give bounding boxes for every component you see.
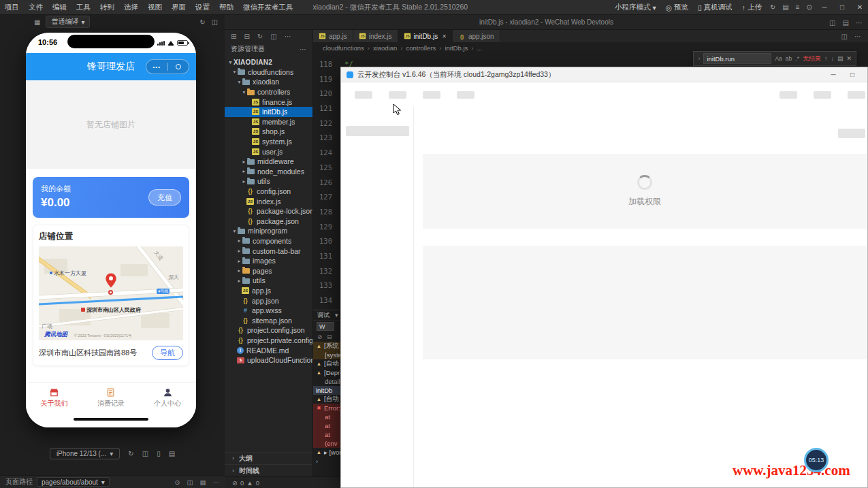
tree-item[interactable]: shop.js: [225, 127, 312, 137]
sync-icon[interactable]: ↻: [767, 3, 778, 11]
dock-icon[interactable]: ▤: [169, 450, 175, 457]
tree-item[interactable]: finance.js: [225, 97, 312, 107]
minimize-button[interactable]: ─: [816, 0, 833, 15]
target-icon[interactable]: ⊙: [804, 3, 815, 11]
warnings-icon[interactable]: ▲: [246, 479, 253, 487]
tree-item[interactable]: ▾cloudfunctions: [225, 67, 312, 78]
device-frame-icon[interactable]: ▯: [157, 450, 161, 457]
breadcrumb-item[interactable]: initDb.js: [436, 44, 468, 52]
menu-item[interactable]: 视图: [143, 3, 167, 12]
panel-icon[interactable]: ◫: [187, 478, 193, 486]
split-icon[interactable]: ◫: [270, 33, 276, 40]
outline-section[interactable]: › 大纲: [225, 452, 312, 464]
breadcrumb-item[interactable]: cloudfunctions: [323, 44, 364, 52]
maximize-button[interactable]: □: [843, 67, 862, 82]
menu-item[interactable]: 设置: [191, 3, 214, 12]
minimize-button[interactable]: ─: [824, 67, 843, 82]
new-file-icon[interactable]: ⊞: [231, 33, 236, 40]
message-icon[interactable]: ⊙: [175, 478, 180, 486]
editor-tab[interactable]: initDb.js✕: [398, 30, 453, 42]
more-icon[interactable]: ⋯: [856, 19, 863, 27]
tree-item[interactable]: app.wxss: [225, 306, 312, 316]
navigate-button[interactable]: 导航: [152, 346, 183, 360]
clear-console-icon[interactable]: ⊘: [317, 334, 322, 340]
close-find-icon[interactable]: ✕: [846, 55, 852, 62]
list-icon[interactable]: ▤: [779, 3, 791, 11]
tree-item[interactable]: ▸components: [225, 236, 312, 246]
editor-tab[interactable]: index.js: [353, 30, 398, 42]
upload-button[interactable]: ↑ 上传: [738, 3, 766, 12]
menu-item[interactable]: 界面: [167, 3, 191, 12]
tab-about-us[interactable]: 关于我们: [26, 383, 82, 412]
map[interactable]: 水木一方大厦 深大 大道 4号线 深圳市南山区人民政府 广场 腾讯地图 © 20…: [39, 246, 183, 340]
tree-item[interactable]: ▾xiaodian: [225, 77, 312, 87]
tree-item[interactable]: ▸node_modules: [225, 167, 312, 177]
menu-item[interactable]: 编辑: [48, 3, 71, 12]
rotate-icon[interactable]: ↻: [128, 450, 133, 457]
tree-item[interactable]: initDb.js: [225, 107, 312, 117]
device-selector[interactable]: iPhone 12/13 (... ▾: [50, 448, 120, 459]
tree-item[interactable]: sitemap.json: [225, 315, 312, 325]
tree-item[interactable]: user.js: [225, 146, 312, 157]
tree-item[interactable]: app.json: [225, 295, 312, 306]
match-case-icon[interactable]: Aa: [775, 55, 782, 62]
capsule-home-icon[interactable]: [168, 64, 189, 69]
wechat-capsule[interactable]: •••: [146, 59, 189, 74]
split-icon[interactable]: ◫: [212, 18, 218, 26]
console-tab[interactable]: 调试: [317, 311, 329, 320]
editor-tab[interactable]: app.js: [313, 30, 353, 42]
tree-item[interactable]: system.js: [225, 137, 312, 147]
split-editor-icon[interactable]: ◫: [841, 33, 848, 40]
tree-item[interactable]: package.json: [225, 216, 312, 227]
menu-item[interactable]: 工具: [71, 3, 95, 12]
breadcrumb-item[interactable]: xiaodian: [364, 44, 398, 52]
grid-icon[interactable]: ▦: [34, 18, 40, 26]
panel-left-icon[interactable]: ◫: [829, 19, 835, 27]
whole-word-icon[interactable]: ab: [786, 55, 792, 62]
refresh-icon[interactable]: ↻: [199, 18, 205, 26]
console-filter-input[interactable]: W: [317, 322, 334, 331]
tree-item[interactable]: ▸pages: [225, 265, 312, 276]
menu-item[interactable]: 选择: [119, 3, 143, 12]
find-input[interactable]: initDb.run: [703, 53, 771, 64]
page-path-dropdown[interactable]: pages/about/about ▾: [37, 477, 110, 487]
tree-item[interactable]: ▸images: [225, 256, 312, 266]
tree-item[interactable]: ▾XIAODIAN2: [225, 57, 312, 67]
menu-item[interactable]: 转到: [95, 3, 119, 12]
breadcrumb-item[interactable]: controllers: [397, 44, 436, 52]
timeline-section[interactable]: › 时间线: [225, 464, 312, 476]
capsule-more-icon[interactable]: •••: [146, 64, 167, 70]
menu-item[interactable]: 文件: [24, 3, 48, 12]
tab-consume-records[interactable]: 消费记录: [82, 383, 139, 412]
find-toggle-icon[interactable]: ›: [698, 55, 700, 62]
collapse-all-icon[interactable]: ⊟: [244, 33, 249, 40]
cloud-console-titlebar[interactable]: 云开发控制台 v1.6.46（当前环境 cloud1-2gamg3zp14ffe…: [341, 67, 867, 82]
more-icon[interactable]: ⋯: [300, 46, 306, 53]
tree-item[interactable]: ▸utils: [225, 276, 312, 286]
scale-icon[interactable]: ◫: [142, 450, 148, 457]
tree-item[interactable]: ▾miniprogram: [225, 226, 312, 236]
tree-item[interactable]: project.config.json: [225, 325, 312, 336]
mode-dropdown[interactable]: 小程序模式 ▾: [611, 3, 660, 12]
panel-list-icon[interactable]: ▤: [843, 19, 849, 27]
tree-item[interactable]: member.js: [225, 117, 312, 127]
compile-mode-dropdown[interactable]: 普通编译 ▾: [46, 16, 90, 28]
tree-item[interactable]: ▸utils: [225, 176, 312, 186]
tree-item[interactable]: package-lock.json: [225, 206, 312, 216]
errors-icon[interactable]: ⊘: [232, 479, 238, 487]
remote-debug-button[interactable]: ▯ 真机调试: [694, 3, 737, 12]
tree-item[interactable]: app.js: [225, 286, 312, 296]
more-icon[interactable]: ⋯: [854, 33, 861, 40]
tree-item[interactable]: uploadCloudFunction.sh: [225, 355, 312, 365]
next-match-icon[interactable]: ↓: [831, 55, 834, 62]
editor-tab[interactable]: app.json: [453, 30, 500, 42]
tree-item[interactable]: config.json: [225, 186, 312, 197]
tree-item[interactable]: ▸custom-tab-bar: [225, 246, 312, 256]
menu-item[interactable]: 帮助: [214, 3, 238, 12]
prev-match-icon[interactable]: ↑: [824, 55, 828, 62]
find-in-selection-icon[interactable]: ▤: [837, 55, 843, 62]
more-icon[interactable]: ⋯: [285, 33, 291, 40]
tree-item[interactable]: ▸middleware: [225, 157, 312, 167]
breadcrumb-item[interactable]: ...: [468, 44, 482, 52]
tab-close-icon[interactable]: ✕: [442, 33, 447, 39]
